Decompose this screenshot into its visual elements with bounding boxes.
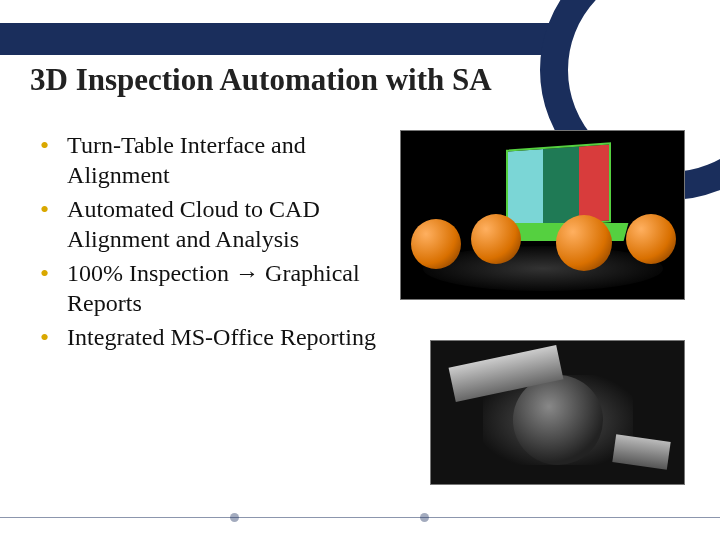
list-item: • Integrated MS-Office Reporting	[30, 322, 380, 353]
decor-dot	[400, 34, 409, 43]
slide-title: 3D Inspection Automation with SA	[30, 62, 492, 98]
decor-dot	[240, 34, 249, 43]
sphere-shape	[556, 215, 612, 271]
list-item: • Automated Cloud to CAD Alignment and A…	[30, 194, 380, 254]
bullet-text: Turn-Table Interface and Alignment	[67, 130, 380, 190]
bullet-icon: •	[40, 258, 49, 289]
sphere-shape	[411, 219, 461, 269]
list-item: • 100% Inspection → Graphical Reports	[30, 258, 380, 318]
bullet-icon: •	[40, 130, 49, 161]
sphere-shape	[471, 214, 521, 264]
image-hardware	[430, 340, 685, 485]
footer-divider	[0, 517, 720, 518]
list-item: • Turn-Table Interface and Alignment	[30, 130, 380, 190]
image-turntable-cad	[400, 130, 685, 300]
decor-dot	[160, 34, 169, 43]
bullet-text: Automated Cloud to CAD Alignment and Ana…	[67, 194, 380, 254]
bullet-icon: •	[40, 194, 49, 225]
bullet-content: • Turn-Table Interface and Alignment • A…	[30, 130, 380, 357]
decor-dot	[230, 513, 239, 522]
bullet-list: • Turn-Table Interface and Alignment • A…	[30, 130, 380, 353]
bullet-icon: •	[40, 322, 49, 353]
bullet-text: Integrated MS-Office Reporting	[67, 322, 376, 352]
bullet-text: 100% Inspection → Graphical Reports	[67, 258, 380, 318]
decor-dot	[420, 513, 429, 522]
sphere-shape	[626, 214, 676, 264]
